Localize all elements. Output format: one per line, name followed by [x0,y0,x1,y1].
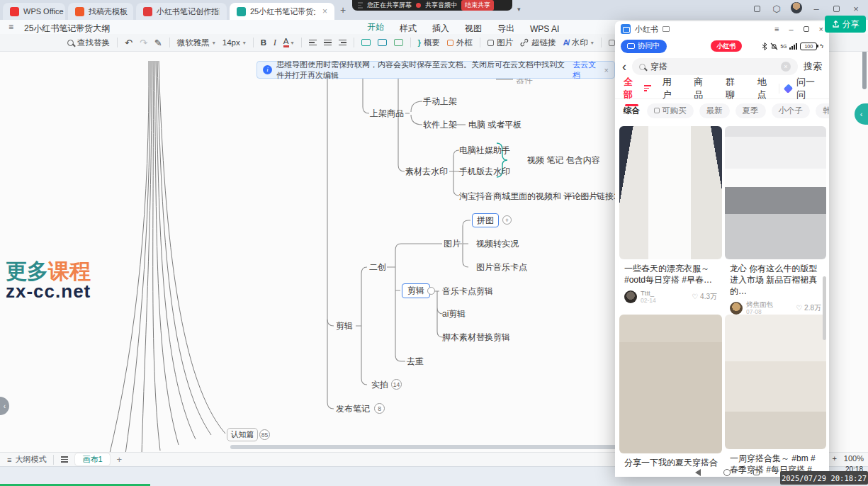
summary-button[interactable]: }概要 [418,38,440,48]
maximize-button[interactable] [827,4,845,14]
tab-template[interactable]: 找稿壳模板 [68,3,133,20]
add-child-button[interactable]: + [502,215,512,225]
find-replace-button[interactable]: 查找替换 [67,38,110,48]
font-family-select[interactable]: 微软雅黑▾ [177,38,215,48]
node-shemei[interactable]: 电脑社媒助手 [459,145,510,157]
tab-groups[interactable]: 群聊 [726,76,742,101]
user-avatar[interactable] [730,302,743,315]
chip-xiaji[interactable]: 夏季 [735,103,766,118]
likes-count[interactable]: ♡ 2.8万 [796,303,821,313]
node-drag-handle[interactable] [427,287,435,295]
tab-users[interactable]: 用户 [663,76,679,101]
menu-insert[interactable]: 插入 [432,23,449,35]
notice-close-icon[interactable]: × [604,66,609,74]
search-button[interactable]: 搜索 [804,60,822,73]
minimize-button[interactable]: – [807,4,825,14]
insert-relation-icon[interactable] [394,39,403,46]
horizontal-scrollbar[interactable] [230,445,619,449]
filter-icon[interactable] [644,85,651,91]
node-aijianji[interactable]: ai剪辑 [442,308,466,320]
chip-xiaogezi[interactable]: 小个子 [772,103,811,118]
outline-mode-button[interactable]: ≡大纲模式 [7,454,46,465]
italic-button[interactable]: I [274,38,276,47]
node-erchuang[interactable]: 二创 [369,261,386,273]
profile-avatar[interactable] [787,2,806,16]
nav-back-icon[interactable] [695,469,701,476]
bold-button[interactable]: B [261,38,266,47]
node-shoudong[interactable]: 手动上架 [423,96,457,108]
node-shipai[interactable]: 实拍 [371,379,388,391]
user-avatar[interactable] [624,290,637,303]
zoom-level[interactable]: 100% [844,454,864,463]
chip-hanlihanqi[interactable]: 韩里韩气 [816,103,829,118]
node-fabu-count[interactable]: 8 [374,403,385,414]
node-shoujiban[interactable]: 手机版去水印 [459,166,510,178]
node-ruanjian[interactable]: 软件上架 [423,119,457,131]
xhs-menu-icon[interactable]: ≡ [774,25,779,33]
tab-pdf-guide[interactable]: 小红书笔记创作指南.pdf [136,3,227,20]
node-yuekadian[interactable]: 音乐卡点剪辑 [442,286,493,298]
align-center-icon[interactable] [324,40,332,46]
node-jiaoben[interactable]: 脚本素材替换剪辑 [442,332,510,344]
share-button[interactable]: 分享 [825,16,866,33]
menu-wps-ai[interactable]: WPS AI [530,24,559,34]
nav-home-icon[interactable] [723,469,731,476]
stop-share-button[interactable]: 结束共享 [461,0,494,11]
node-shipinzhuan[interactable]: 视频转实况 [476,238,519,250]
insert-subtopic-icon[interactable] [378,39,387,46]
xhs-maximize-button[interactable] [804,25,809,33]
tab-ask[interactable]: 问一问 [796,76,821,101]
back-chevron-icon[interactable]: ‹ [622,60,626,74]
xhs-minimize-button[interactable]: – [789,25,793,33]
node-tupianyinyue[interactable]: 图片音乐卡点 [476,261,527,273]
node-fabu[interactable]: 发布笔记 [336,403,370,415]
add-canvas-button[interactable]: + [117,454,123,465]
insert-topic-icon[interactable] [361,39,371,46]
format-painter-button[interactable]: ✎ [154,38,162,48]
node-taobao[interactable]: 淘宝抖音商城里面的视频和 评论图片 [459,191,597,203]
layers-icon[interactable] [61,456,68,463]
menu-export[interactable]: 导出 [497,23,514,35]
node-jianji-selected[interactable]: 剪辑 [402,283,430,298]
go-cloud-link[interactable]: 去云文档 [573,60,598,81]
tab-all[interactable]: 全部 [624,76,640,101]
hyperlink-button[interactable]: 超链接 [520,38,556,48]
collab-status-pill[interactable]: 协同中 [621,40,667,53]
node-pintu-selected[interactable]: 拼图 [472,213,499,227]
font-color-button[interactable]: A▾ [283,38,294,48]
align-right-icon[interactable] [339,40,346,46]
undo-button[interactable]: ↶ [125,38,133,48]
note-card[interactable]: 一周穿搭合集～ #bm #春季穿搭 #每日穿搭 #日… [725,315,826,477]
extensions-icon[interactable]: ⬡ [767,4,786,14]
new-tab-button[interactable]: + [340,4,346,16]
tab-list-chevron-icon[interactable]: ▾ [517,6,521,13]
font-size-select[interactable]: 14px▾ [222,38,246,47]
node-shangjia[interactable]: 上架商品 [370,108,404,120]
username[interactable]: Tttt_ [641,289,656,297]
chip-kegoumai[interactable]: 可购买 [647,103,694,118]
split-screen-icon[interactable] [748,4,766,14]
redo-button[interactable]: ↷ [140,38,147,48]
search-input[interactable]: 穿搭 × [632,58,798,75]
likes-count[interactable]: ♡ 4.3万 [692,292,717,302]
tab-close-icon[interactable]: × [322,6,327,16]
tab-mindmap-active[interactable]: 25小红书笔记带货大纲 × [230,3,334,20]
xhs-scrollbar[interactable] [823,276,826,340]
node-sucai[interactable]: 素材去水印 [405,166,448,178]
node-jianji-outer[interactable]: 剪辑 [336,320,353,332]
watermark-button[interactable]: A̸水印▾ [563,38,594,48]
frame-button[interactable]: 外框 [447,38,473,48]
clear-search-icon[interactable]: × [781,62,791,72]
xhs-close-button[interactable]: × [819,25,823,33]
canvas-tab-1[interactable]: 画布1 [75,453,109,465]
node-tupian[interactable]: 图片 [444,238,461,250]
node-bracenote[interactable]: 视频 笔记 包含内容 [527,154,600,166]
nav-recents-icon[interactable] [753,469,760,475]
node-shipai-count[interactable]: 14 [391,379,402,390]
switch-window-icon[interactable] [663,26,670,32]
tab-places[interactable]: 地点 [757,76,774,101]
node-renzhi[interactable]: 认知篇 [227,428,258,441]
node-renzhi-count[interactable]: 85 [259,429,270,440]
username[interactable]: 烤焦面包 [746,300,773,308]
tab-wps-office[interactable]: WPS Office [3,3,65,20]
